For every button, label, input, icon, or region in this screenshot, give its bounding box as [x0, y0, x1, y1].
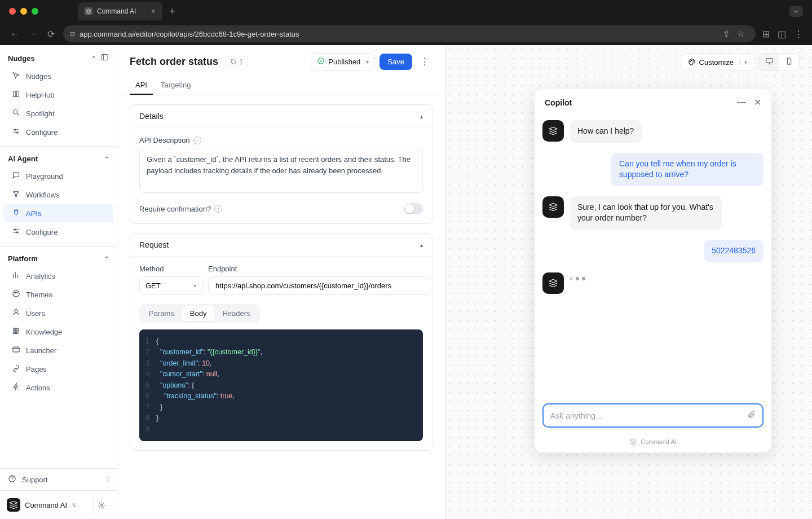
sidebar-item-helphub[interactable]: HelpHub [3, 86, 113, 104]
tag-count-chip[interactable]: 1 [225, 56, 248, 68]
svg-point-27 [691, 60, 691, 61]
minimize-window[interactable] [20, 8, 27, 15]
minimize-icon[interactable]: — [737, 97, 746, 108]
close-window[interactable] [9, 8, 16, 15]
check-circle-icon [317, 57, 325, 67]
desktop-view-button[interactable] [760, 54, 779, 71]
sidebar-item-themes[interactable]: Themes [3, 285, 113, 304]
chevron-up-icon: ⌃ [91, 55, 96, 61]
sliders-icon [11, 127, 20, 137]
palette-icon [11, 289, 20, 300]
panel-details-header[interactable]: Details ▴ [130, 105, 432, 127]
panel-toggle-icon[interactable] [100, 53, 109, 63]
sidebar-item-configure-agent[interactable]: Configure [3, 223, 113, 241]
browser-tab[interactable]: Command AI × [78, 2, 162, 20]
sidebar-item-apis[interactable]: APIs [3, 204, 113, 222]
preview-canvas: Customize ▾ Copilot — ✕ How can I help? [445, 45, 812, 519]
tab-api[interactable]: API [130, 76, 153, 95]
org-switcher[interactable]: Command AI ⇅ [0, 490, 117, 519]
svg-rect-29 [766, 59, 773, 63]
site-info-icon[interactable]: ⊟ [70, 30, 75, 38]
sidebar-section-aiagent[interactable]: AI Agent ⌃ [0, 151, 117, 166]
close-tab-icon[interactable]: × [151, 7, 156, 16]
forward-button[interactable]: → [27, 29, 38, 39]
method-select[interactable]: GET ▾ [139, 276, 202, 295]
editor-main: Fetch order status 1 Published ▾ Save ⋮ … [117, 45, 445, 519]
tab-targeting[interactable]: Targeting [155, 76, 196, 95]
save-button[interactable]: Save [379, 54, 412, 70]
require-confirmation-toggle[interactable] [404, 203, 423, 214]
message-assistant: How can I help? [542, 120, 764, 143]
svg-rect-21 [12, 347, 19, 352]
extensions-icon[interactable]: ⊞ [762, 29, 770, 39]
bookmark-icon[interactable]: ☆ [737, 29, 744, 39]
info-icon[interactable]: i [214, 205, 222, 213]
paint-icon [688, 58, 696, 66]
subtab-params[interactable]: Params [141, 306, 182, 321]
sidebar-support[interactable]: Support / [0, 468, 117, 490]
typing-dots-icon [570, 272, 585, 285]
sidebar-item-pages[interactable]: Pages [3, 360, 113, 378]
settings-icon[interactable] [93, 496, 110, 513]
subtab-body[interactable]: Body [182, 306, 215, 321]
svg-point-28 [692, 61, 693, 61]
svg-point-16 [14, 292, 15, 293]
link-icon [11, 364, 20, 374]
chevron-down-icon: ▾ [366, 59, 369, 65]
new-tab-button[interactable]: + [169, 6, 175, 17]
browser-toolbar: ← → ⟳ ⊟ app.command.ai/editor/copilot/ap… [0, 23, 812, 45]
sidebar-item-nudges[interactable]: Nudges [3, 67, 113, 85]
copilot-input[interactable] [542, 403, 764, 428]
customize-button[interactable]: Customize ▾ [681, 53, 754, 71]
info-icon[interactable]: i [193, 137, 201, 144]
require-confirmation-label: Require confirmation? i [139, 205, 222, 213]
url-text: app.command.ai/editor/copilot/apis/26bcd… [80, 30, 299, 38]
sidebar-item-spotlight[interactable]: Spotlight [3, 104, 113, 122]
sidebar-item-analytics[interactable]: Analytics [3, 267, 113, 285]
mobile-view-button[interactable] [779, 54, 799, 71]
tabs-dropdown[interactable] [789, 6, 803, 17]
sidebar-item-configure-nudges[interactable]: Configure [3, 123, 113, 141]
assistant-avatar [542, 196, 564, 218]
updown-icon: ⇅ [72, 502, 76, 508]
message-bubble: Sure, I can look that up for you. What's… [570, 196, 722, 230]
user-icon [11, 308, 20, 318]
browser-titlebar: Command AI × + [0, 0, 812, 23]
copilot-text-input[interactable] [550, 411, 743, 420]
menu-icon[interactable]: ⋮ [794, 29, 803, 39]
sidebar-section-nudges[interactable]: Nudges ⌃ [0, 50, 117, 67]
api-description-input[interactable] [139, 148, 423, 193]
message-assistant: Sure, I can look that up for you. What's… [542, 196, 764, 230]
message-bubble: How can I help? [570, 120, 642, 143]
endpoint-input[interactable] [208, 276, 433, 295]
tag-icon [230, 59, 237, 65]
chart-icon [11, 271, 20, 281]
plug-icon [11, 208, 20, 218]
sidebar-item-users[interactable]: Users [3, 304, 113, 322]
request-body-editor[interactable]: 1{ 2 "customer_id": "{{customer_id}}", 3… [139, 329, 423, 441]
panel-request-header[interactable]: Request ▴ [130, 234, 432, 256]
address-bar[interactable]: ⊟ app.command.ai/editor/copilot/apis/26b… [63, 25, 756, 42]
svg-rect-19 [13, 328, 15, 334]
sidebar-item-actions[interactable]: Actions [3, 379, 113, 397]
more-menu-icon[interactable]: ⋮ [417, 53, 433, 71]
subtab-headers[interactable]: Headers [214, 306, 258, 321]
back-button[interactable]: ← [9, 29, 20, 39]
sidebar-item-playground[interactable]: Playground [3, 167, 113, 185]
maximize-window[interactable] [32, 8, 38, 15]
reload-button[interactable]: ⟳ [45, 29, 56, 39]
sidebar-item-workflows[interactable]: Workflows [3, 186, 113, 204]
publish-status-button[interactable]: Published ▾ [311, 53, 375, 71]
chevron-up-icon: ▴ [420, 113, 423, 120]
close-icon[interactable]: ✕ [754, 97, 761, 108]
cursor-icon [11, 71, 20, 81]
sidebar-item-knowledge[interactable]: Knowledge [3, 323, 113, 341]
attachment-icon[interactable] [747, 410, 756, 421]
library-icon [11, 327, 20, 337]
sidepanel-icon[interactable]: ◫ [778, 29, 786, 39]
share-icon[interactable]: ⇪ [723, 29, 730, 39]
sidebar-section-platform[interactable]: Platform ⌃ [0, 251, 117, 266]
sidebar-item-launcher[interactable]: Launcher [3, 341, 113, 359]
endpoint-label: Endpoint [208, 265, 433, 273]
request-subtabs: Params Body Headers [139, 304, 260, 323]
